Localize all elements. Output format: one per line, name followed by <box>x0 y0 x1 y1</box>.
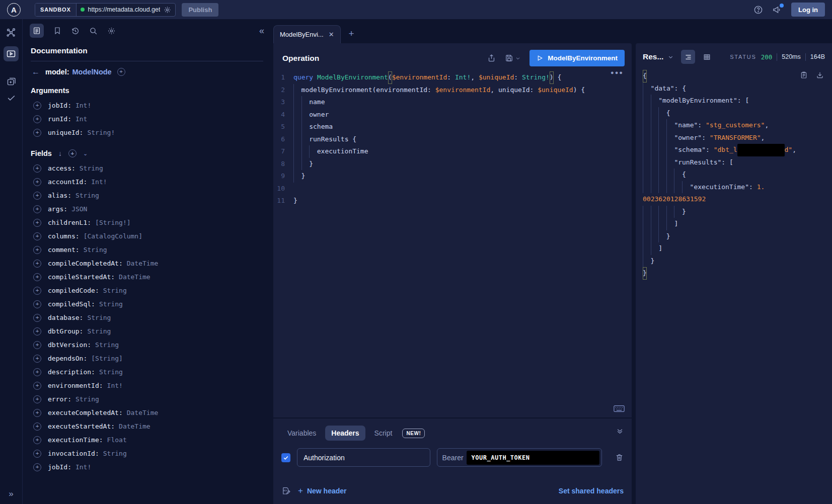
publish-button[interactable]: Publish <box>182 3 218 17</box>
checklist-icon[interactable] <box>7 93 16 103</box>
collapse-docs-icon[interactable]: « <box>259 26 264 36</box>
search-icon[interactable] <box>89 27 98 35</box>
field-type[interactable]: [String!] <box>95 219 130 226</box>
field-type[interactable]: String <box>84 246 107 254</box>
field-type[interactable]: String <box>99 368 123 376</box>
field-type[interactable]: String <box>103 450 127 457</box>
add-field-icon[interactable]: + <box>33 382 41 390</box>
field-type[interactable]: String <box>103 287 127 294</box>
add-field-icon[interactable]: + <box>33 164 41 173</box>
sort-arrow-icon[interactable]: ↓ <box>58 149 62 157</box>
breadcrumb-type-link[interactable]: ModelNode <box>72 68 112 76</box>
field-type[interactable]: String <box>87 327 111 335</box>
collapse-panel-icon[interactable] <box>616 428 624 435</box>
add-field-icon[interactable]: + <box>33 287 41 295</box>
add-argument-icon[interactable]: + <box>33 102 41 110</box>
settings-gear-icon[interactable] <box>107 27 116 35</box>
field-type[interactable]: String <box>75 395 99 403</box>
tab-script[interactable]: Script <box>368 426 399 441</box>
add-argument-icon[interactable]: + <box>33 129 41 137</box>
download-response-icon[interactable] <box>816 71 824 79</box>
endpoint-settings-gear-icon[interactable] <box>164 6 171 14</box>
add-field-icon[interactable]: + <box>33 192 41 200</box>
share-operation-icon[interactable] <box>487 54 496 62</box>
table-view-toggle[interactable] <box>700 50 714 64</box>
operation-menu-icon[interactable]: ●●● <box>611 69 624 75</box>
add-field-icon[interactable]: + <box>33 205 41 213</box>
history-icon[interactable] <box>71 27 80 35</box>
operation-tab[interactable]: ModelByEnvi... ✕ <box>273 25 341 43</box>
add-field-icon[interactable]: + <box>33 300 41 308</box>
argument-type[interactable]: Int! <box>75 102 91 109</box>
add-field-icon[interactable]: + <box>33 423 41 431</box>
field-type[interactable]: Int! <box>107 382 123 389</box>
save-options-chevron-icon[interactable] <box>515 56 520 61</box>
query-editor[interactable]: 1query ModelByEnvironment($environmentId… <box>273 71 632 417</box>
field-type[interactable]: Int! <box>75 463 91 471</box>
endpoint-url[interactable]: https://metadata.cloud.get <box>88 6 161 13</box>
field-type[interactable]: DateTime <box>127 260 159 267</box>
response-dropdown-chevron-icon[interactable] <box>668 54 673 60</box>
explorer-icon[interactable] <box>4 46 19 61</box>
header-value-input[interactable]: Bearer YOUR_AUTH_TOKEN <box>437 448 602 467</box>
field-type[interactable]: Float <box>107 436 127 444</box>
add-field-icon[interactable]: + <box>33 273 41 281</box>
announcements-megaphone-icon[interactable] <box>772 5 782 15</box>
field-type[interactable]: String <box>87 314 111 321</box>
run-operation-button[interactable]: ModelByEnvironment <box>530 50 625 66</box>
field-type[interactable]: DateTime <box>119 423 150 430</box>
add-field-icon[interactable]: + <box>33 178 41 186</box>
expand-panel-icon[interactable]: » <box>0 489 22 499</box>
save-operation-group[interactable] <box>505 54 520 62</box>
field-type[interactable]: String <box>99 300 123 308</box>
header-name-input[interactable] <box>297 448 430 467</box>
add-field-icon[interactable]: + <box>33 463 41 471</box>
bookmark-icon[interactable] <box>53 27 61 35</box>
operation-collections-icon[interactable] <box>6 76 17 87</box>
add-field-icon[interactable]: + <box>117 68 125 76</box>
set-shared-headers-button[interactable]: Set shared headers <box>559 487 624 495</box>
add-field-icon[interactable]: + <box>33 260 41 268</box>
json-view-toggle[interactable] <box>681 50 695 64</box>
new-tab-icon[interactable]: + <box>349 28 354 43</box>
apollo-logo-icon[interactable]: A <box>7 3 21 17</box>
add-argument-icon[interactable]: + <box>33 115 41 123</box>
field-type[interactable]: [CatalogColumn] <box>84 232 142 240</box>
field-type[interactable]: String <box>75 192 99 199</box>
add-field-icon[interactable]: + <box>33 219 41 227</box>
close-tab-icon[interactable]: ✕ <box>329 31 334 38</box>
keyboard-shortcuts-icon[interactable] <box>614 405 625 412</box>
field-type[interactable]: String <box>80 164 103 172</box>
header-enabled-checkbox[interactable] <box>281 453 290 462</box>
add-field-icon[interactable]: + <box>33 368 41 376</box>
save-icon[interactable] <box>505 54 513 62</box>
add-field-icon[interactable]: + <box>33 327 41 335</box>
back-arrow-icon[interactable]: ← <box>32 67 40 76</box>
new-header-button[interactable]: + New header <box>298 486 347 496</box>
field-type[interactable]: JSON <box>71 205 87 213</box>
argument-type[interactable]: Int <box>75 115 87 123</box>
add-field-icon[interactable]: + <box>33 436 41 444</box>
argument-type[interactable]: String! <box>87 129 115 136</box>
login-button[interactable]: Log in <box>791 3 825 17</box>
add-field-icon[interactable]: + <box>33 341 41 349</box>
add-field-icon[interactable]: + <box>33 450 41 458</box>
copy-response-icon[interactable] <box>800 71 808 79</box>
endpoint-url-field[interactable]: https://metadata.cloud.get <box>77 6 176 14</box>
field-type[interactable]: DateTime <box>127 409 159 416</box>
tab-headers[interactable]: Headers <box>325 426 365 441</box>
tab-variables[interactable]: Variables <box>281 426 322 441</box>
add-field-icon[interactable]: + <box>33 232 41 240</box>
add-field-icon[interactable]: + <box>33 246 41 254</box>
edit-headers-as-text-icon[interactable] <box>281 486 290 495</box>
add-field-icon[interactable]: + <box>33 314 41 322</box>
delete-header-icon[interactable] <box>615 453 624 462</box>
add-all-fields-icon[interactable]: + <box>68 149 77 157</box>
field-type[interactable]: DateTime <box>119 273 150 281</box>
schema-graph-icon[interactable] <box>6 27 17 38</box>
chevron-down-icon[interactable]: ⌄ <box>83 150 88 157</box>
documentation-tab-icon[interactable] <box>30 24 44 38</box>
add-field-icon[interactable]: + <box>33 409 41 417</box>
field-type[interactable]: Int! <box>91 178 107 186</box>
field-type[interactable]: [String] <box>91 355 123 362</box>
